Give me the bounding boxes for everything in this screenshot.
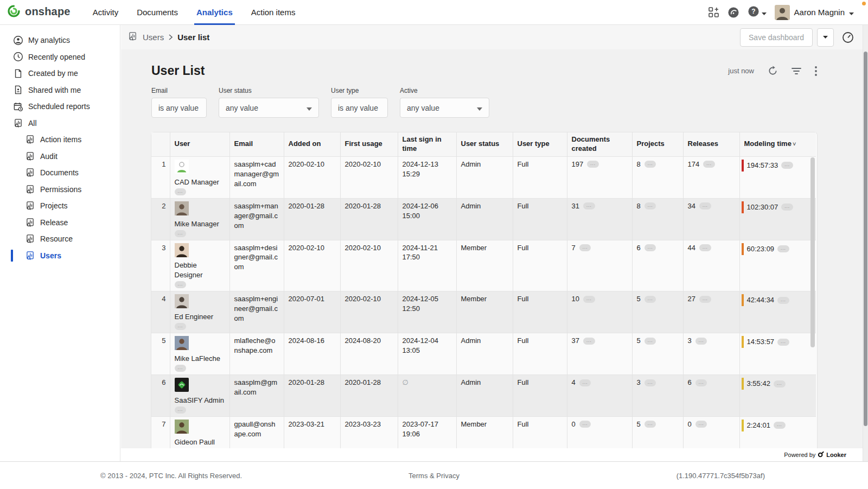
page-scrollbar-thumb[interactable] bbox=[864, 52, 867, 426]
col-header-modeling-time[interactable]: Modeling time˅ bbox=[739, 132, 816, 156]
sidebar-item-action-items[interactable]: Action items bbox=[0, 131, 120, 148]
sidebar-item-created-by-me[interactable]: Created by me bbox=[0, 65, 120, 82]
filter-value-email[interactable]: is any value bbox=[151, 98, 207, 118]
drill-pill[interactable]: ... bbox=[695, 338, 707, 345]
drill-pill[interactable]: ... bbox=[695, 379, 707, 386]
drill-pill[interactable]: ... bbox=[175, 188, 187, 195]
col-header-added-on[interactable]: Added on bbox=[284, 132, 340, 156]
dashboard-info-icon[interactable] bbox=[842, 31, 854, 43]
nav-item-documents[interactable]: Documents bbox=[127, 0, 187, 24]
cell-projects: 3... bbox=[632, 375, 683, 417]
drill-pill[interactable]: ... bbox=[175, 230, 187, 237]
nav-item-activity[interactable]: Activity bbox=[84, 0, 128, 24]
sidebar-item-users[interactable]: Users bbox=[0, 247, 120, 264]
col-header-releases[interactable]: Releases bbox=[683, 132, 739, 156]
sidebar-item-permissions[interactable]: Permissions bbox=[0, 181, 120, 198]
drill-pill[interactable]: ... bbox=[644, 161, 656, 168]
drill-pill[interactable]: ... bbox=[699, 244, 711, 251]
drill-pill[interactable]: ... bbox=[644, 244, 656, 251]
cell-user-type: Full bbox=[513, 375, 567, 417]
cell-releases: 3... bbox=[683, 333, 739, 375]
save-dashboard-dropdown-button[interactable] bbox=[817, 28, 834, 47]
user-table: UserEmailAdded onFirst usageLast sign in… bbox=[151, 132, 816, 458]
col-header-last-sign-in-time[interactable]: Last sign in time bbox=[398, 132, 456, 156]
sidebar-item-release[interactable]: Release bbox=[0, 214, 120, 231]
sidebar-item-scheduled-reports[interactable]: Scheduled reports bbox=[0, 98, 120, 115]
sidebar-item-documents[interactable]: Documents bbox=[0, 164, 120, 181]
sidebar-item-projects[interactable]: Projects bbox=[0, 198, 120, 214]
sidebar-item-all[interactable]: All bbox=[0, 115, 120, 132]
table-row: 4 Ed Engineer...saasplm+engineer@gmail.c… bbox=[151, 291, 816, 333]
avatar bbox=[175, 336, 189, 353]
drill-pill[interactable]: ... bbox=[587, 161, 599, 168]
drill-pill[interactable]: ... bbox=[644, 338, 656, 345]
cell-email: saasplm+engineer@gmail.com bbox=[229, 291, 284, 333]
terms-privacy-link[interactable]: Terms & Privacy bbox=[409, 472, 459, 480]
col-header-email[interactable]: Email bbox=[229, 132, 284, 156]
filter-user-status: User statusany value bbox=[219, 87, 319, 118]
drill-pill[interactable]: ... bbox=[777, 297, 789, 304]
drill-pill[interactable]: ... bbox=[699, 202, 711, 209]
col-header-documents-created[interactable]: Documents created bbox=[567, 132, 632, 156]
dashboard-header: User List just now bbox=[151, 63, 817, 78]
report-icon bbox=[25, 135, 35, 144]
sidebar-item-label: Release bbox=[40, 218, 68, 227]
calendar-clock-icon bbox=[13, 101, 23, 112]
drill-pill[interactable]: ... bbox=[583, 202, 595, 209]
numeric-value: 174 bbox=[688, 160, 700, 169]
drill-pill[interactable]: ... bbox=[579, 379, 591, 386]
drill-pill[interactable]: ... bbox=[699, 296, 711, 303]
dashboard-filters-icon[interactable] bbox=[792, 67, 801, 75]
filter-value-user-status[interactable]: any value bbox=[219, 98, 319, 118]
drill-pill[interactable]: ... bbox=[781, 162, 793, 169]
drill-pill[interactable]: ... bbox=[175, 323, 187, 330]
drill-pill[interactable]: ... bbox=[695, 421, 707, 428]
kebab-menu-icon[interactable] bbox=[815, 66, 817, 76]
drill-pill[interactable]: ... bbox=[579, 244, 591, 251]
drill-pill[interactable]: ... bbox=[175, 365, 187, 372]
community-gauge-icon[interactable] bbox=[727, 7, 739, 18]
drill-pill[interactable]: ... bbox=[583, 296, 595, 303]
cell-documents-created: 4... bbox=[567, 375, 632, 417]
refresh-icon[interactable] bbox=[768, 66, 778, 76]
page-footer: © 2013 - 2024, PTC Inc. All Rights Reser… bbox=[0, 461, 868, 489]
col-header-user-type[interactable]: User type bbox=[513, 132, 567, 156]
sidebar-item-shared-with-me[interactable]: Shared with me bbox=[0, 82, 120, 99]
col-header-user[interactable]: User bbox=[170, 132, 229, 156]
sidebar-item-audit[interactable]: Audit bbox=[0, 148, 120, 165]
sidebar-item-resource[interactable]: Resource bbox=[0, 231, 120, 247]
drill-pill[interactable]: ... bbox=[644, 296, 656, 303]
col-header-user-status[interactable]: User status bbox=[456, 132, 513, 156]
drill-pill[interactable]: ... bbox=[777, 245, 789, 252]
col-header-first-usage[interactable]: First usage bbox=[340, 132, 398, 156]
breadcrumb-parent[interactable]: Users bbox=[143, 33, 164, 42]
drill-pill[interactable]: ... bbox=[579, 421, 591, 428]
help-menu[interactable]: ? bbox=[748, 5, 767, 20]
drill-pill[interactable]: ... bbox=[774, 380, 786, 388]
sidebar-item-recently-opened[interactable]: Recently opened bbox=[0, 49, 120, 66]
sidebar-item-my-analytics[interactable]: My analytics bbox=[0, 32, 120, 49]
drill-pill[interactable]: ... bbox=[777, 339, 789, 346]
breadcrumb-current: User list bbox=[177, 33, 209, 42]
drill-pill[interactable]: ... bbox=[583, 338, 595, 345]
drill-pill[interactable]: ... bbox=[644, 202, 656, 209]
drill-pill[interactable]: ... bbox=[703, 161, 715, 168]
drill-pill[interactable]: ... bbox=[175, 407, 187, 414]
filter-value-active[interactable]: any value bbox=[400, 98, 489, 118]
dashboard: User List just now bbox=[121, 49, 863, 461]
drill-pill[interactable]: ... bbox=[774, 422, 786, 429]
drill-pill[interactable]: ... bbox=[175, 281, 187, 288]
user-menu[interactable]: Aaron Magnin bbox=[775, 5, 854, 20]
numeric-value: 37 bbox=[572, 336, 579, 346]
nav-item-action-items[interactable]: Action items bbox=[242, 0, 305, 24]
col-header-projects[interactable]: Projects bbox=[632, 132, 683, 156]
drill-pill[interactable]: ... bbox=[644, 421, 656, 428]
drill-pill[interactable]: ... bbox=[781, 204, 793, 211]
drill-pill[interactable]: ... bbox=[644, 379, 656, 386]
onshape-logo[interactable]: onshape bbox=[0, 4, 84, 21]
table-scrollbar[interactable] bbox=[810, 157, 815, 347]
apps-grid-add-icon[interactable] bbox=[708, 7, 719, 18]
save-dashboard-button[interactable]: Save dashboard bbox=[740, 28, 813, 47]
filter-value-user-type[interactable]: is any value bbox=[331, 98, 388, 118]
nav-item-analytics[interactable]: Analytics bbox=[187, 0, 242, 24]
